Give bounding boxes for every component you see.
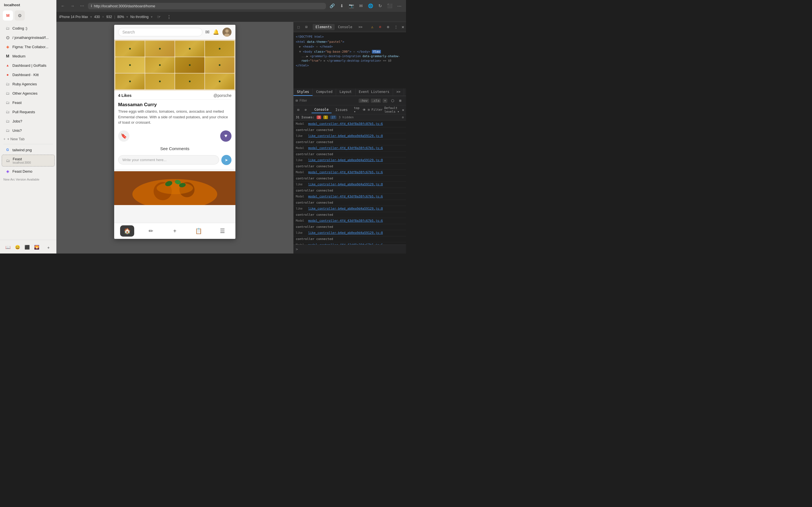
like-button[interactable]: ♥: [220, 130, 232, 142]
add-space-icon[interactable]: +: [45, 243, 52, 251]
console-filter-input[interactable]: Filter: [371, 108, 383, 112]
tab-event-listeners[interactable]: Event Listeners: [356, 89, 393, 96]
mail-icon[interactable]: ✉: [357, 2, 365, 10]
html-line-body[interactable]: ▼ <body class="bg-base-200"> ⇔ </body> f…: [296, 49, 404, 54]
console-link[interactable]: modal_controller-4fd_43df8a38fc07b5.js:6: [308, 122, 383, 126]
window-icon[interactable]: ⬛: [386, 2, 394, 10]
html-line[interactable]: ▶ <head> ⇔ </head>: [296, 44, 404, 49]
download-icon[interactable]: ⬇: [338, 2, 346, 10]
search-input[interactable]: Search: [118, 28, 202, 36]
forward-button[interactable]: →: [69, 2, 76, 10]
zoom-selector[interactable]: 80%: [117, 15, 124, 19]
send-comment-button[interactable]: ➤: [221, 155, 232, 165]
top-selector[interactable]: top ▾: [354, 106, 361, 114]
nav-edit-button[interactable]: ✏: [144, 225, 158, 237]
eye-icon[interactable]: 👁: [362, 107, 367, 113]
nav-menu-button[interactable]: ☰: [215, 225, 230, 237]
throttle-selector[interactable]: No throttling: [130, 15, 149, 19]
back-button[interactable]: ←: [59, 2, 66, 10]
settings-icon[interactable]: ⚙: [385, 24, 391, 31]
sidebar-item-gorails[interactable]: ▲ Dashboard | GoRails: [2, 61, 55, 70]
sidebar-settings-tab[interactable]: ⚙: [15, 10, 25, 20]
sidebar-item-pull-requests[interactable]: 🗂 Pull Requests: [2, 107, 55, 116]
emoji-icon[interactable]: 😀: [13, 243, 21, 251]
food-user[interactable]: @porsche: [213, 93, 232, 98]
more-button[interactable]: ⋯: [79, 2, 86, 10]
sidebar-item-figma[interactable]: ◈ Figma: The Collabor...: [2, 42, 55, 51]
html-line[interactable]: ...▶ <grammarly-desktop-integration data…: [296, 54, 404, 63]
console-prompt[interactable]: >: [296, 247, 298, 251]
sidebar-item-coding[interactable]: 🗂 Coding :): [2, 24, 55, 33]
sidebar-item-github[interactable]: ⊙ / jonathangrinstead/f...: [2, 33, 55, 42]
console-link[interactable]: modal_controller-4fd_43df8a38fc67b5.js:6: [308, 170, 383, 175]
responsive-toggle-icon[interactable]: ⊡: [303, 24, 310, 31]
avatar[interactable]: [222, 27, 232, 37]
default-levels-selector[interactable]: Default levels ▾: [384, 106, 400, 114]
sidebar-item-medium[interactable]: M Medium: [2, 52, 55, 61]
media-icon[interactable]: 🌄: [33, 243, 41, 251]
console-tab-console[interactable]: Console: [312, 107, 332, 113]
tab-more[interactable]: >>: [356, 24, 365, 30]
inspector-toggle-icon[interactable]: ⬚: [295, 24, 302, 31]
issues-settings-icon[interactable]: ⚙: [402, 115, 404, 119]
sidebar-gmail-tab[interactable]: M: [3, 10, 13, 20]
tab-console[interactable]: Console: [335, 24, 355, 30]
tab-elements[interactable]: Elements: [313, 24, 335, 30]
console-link[interactable]: like_controller-b4ed_ab0ea9d4a59129.js:8: [308, 231, 383, 235]
html-line[interactable]: <html data-theme="pastel">: [296, 40, 404, 45]
console-link[interactable]: like_controller-b4ed_ab0ea9d4a59129.js:8: [308, 158, 383, 163]
spaces-icon[interactable]: 📖: [4, 243, 12, 251]
device-selector[interactable]: iPhone 14 Pro Max: [59, 15, 88, 19]
console-link[interactable]: modal_controller-4fd_43df8a38fc67b5.js:6: [308, 146, 383, 151]
more-options-icon[interactable]: ⋯: [395, 2, 403, 10]
tab-computed[interactable]: Computed: [313, 89, 336, 96]
add-filter-tag[interactable]: +: [383, 99, 388, 103]
console-link[interactable]: like_controller-b4ed_ab0ea9d4a59129.js:8: [308, 182, 383, 187]
viewport-height[interactable]: 932: [106, 15, 112, 19]
tab-styles[interactable]: Styles: [294, 89, 313, 96]
sidebar-item-tailwind[interactable]: G tailwind png: [2, 145, 55, 154]
cls-filter-tag[interactable]: .cls: [371, 99, 381, 103]
warning-icon[interactable]: ⚠: [369, 24, 375, 31]
console-link[interactable]: modal_controller-4fd_43df8a38fc67b5.js:6: [308, 219, 383, 223]
sidebar-item-kitt[interactable]: ● Dashboard · Kitt: [2, 70, 55, 79]
console-tab-issues[interactable]: Issues: [333, 107, 350, 113]
sidebar-item-ruby-agencies[interactable]: 🗂 Ruby Agencies: [2, 79, 55, 89]
console-link[interactable]: like_controller-b4ed_ab0ea9d4a59129.js:8: [308, 207, 383, 211]
filter-input[interactable]: [299, 99, 357, 103]
tab-more-element[interactable]: >>: [393, 89, 404, 96]
close-devtools-button[interactable]: ✕: [402, 24, 404, 30]
globe-icon[interactable]: 🌐: [366, 2, 374, 10]
layout-icon[interactable]: ⬡: [389, 97, 396, 104]
close-console-icon[interactable]: ✕: [402, 108, 404, 112]
console-link[interactable]: like_controller-b4ed_ab0ea9d4a59129.js:8: [308, 134, 383, 138]
bell-icon[interactable]: 🔔: [213, 29, 219, 35]
console-clear-icon[interactable]: ⊡: [295, 107, 301, 113]
error-icon[interactable]: ⊘: [377, 24, 384, 31]
hover-filter-tag[interactable]: :hov: [359, 99, 369, 103]
console-link[interactable]: modal_controller-4fd_43df8a38fc67b5.js:6: [308, 194, 383, 199]
link-icon[interactable]: 🔗: [328, 2, 336, 10]
mini-player-icon[interactable]: ⬛: [23, 243, 31, 251]
see-comments-button[interactable]: See Comments: [114, 144, 236, 153]
new-arc-banner[interactable]: New Arc Version Available: [0, 176, 56, 182]
new-tab-button[interactable]: + + New Tab: [0, 135, 56, 143]
grid-icon[interactable]: ⊞: [397, 97, 404, 104]
address-bar[interactable]: ℹ http://localhost:3000/dashboard/home: [88, 3, 326, 9]
sidebar-item-unis[interactable]: 🗂 Unis?: [2, 126, 55, 135]
nav-clipboard-button[interactable]: 📋: [192, 225, 206, 237]
sidebar-item-other-agencies[interactable]: 🗂 Other Agencies: [2, 89, 55, 98]
sidebar-item-jobs[interactable]: 🗂 Jobs?: [2, 117, 55, 126]
tab-layout[interactable]: Layout: [336, 89, 355, 96]
refresh-icon[interactable]: ↻: [376, 2, 384, 10]
mail-icon[interactable]: ✉: [205, 29, 209, 35]
nav-home-button[interactable]: 🏠: [120, 225, 134, 237]
sidebar-item-feast-demo[interactable]: ◈ Feast Demo: [2, 167, 55, 176]
sidebar-item-feast[interactable]: 🗂 Feast: [2, 98, 55, 107]
screenshot-icon[interactable]: 📷: [347, 2, 355, 10]
comment-input[interactable]: Write your comment here...: [118, 155, 219, 165]
bookmark-button[interactable]: 🔖: [118, 130, 130, 142]
more-icon[interactable]: ⋮: [393, 24, 399, 31]
touch-icon[interactable]: ☞: [155, 13, 163, 21]
nav-add-button[interactable]: +: [168, 225, 182, 237]
